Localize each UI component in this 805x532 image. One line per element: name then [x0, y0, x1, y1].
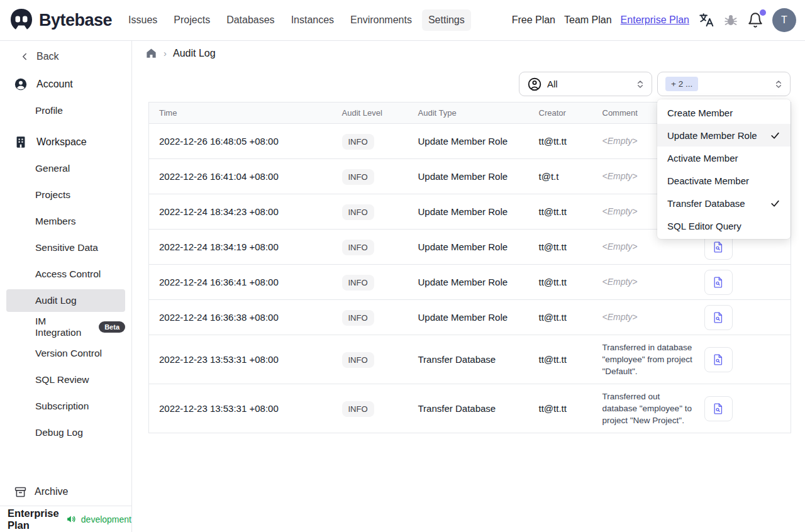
audit-level-cell: INFO — [332, 124, 408, 159]
view-payload-button[interactable] — [704, 305, 733, 330]
sidebar-item[interactable]: Version Control — [6, 342, 125, 365]
view-payload-button[interactable] — [704, 270, 733, 295]
info-badge: INFO — [342, 134, 374, 150]
sidebar-item-label: Audit Log — [35, 295, 77, 306]
environment-label: development — [81, 514, 131, 524]
actions-cell — [694, 265, 791, 300]
nav-link[interactable]: Environments — [344, 9, 418, 31]
speaker-icon[interactable] — [66, 514, 77, 524]
nav-link[interactable]: Instances — [285, 9, 340, 31]
time-cell: 2022-12-24 16:36:38 +08:00 — [149, 300, 332, 335]
info-badge: INFO — [342, 204, 374, 220]
sidebar-item[interactable]: General — [6, 157, 125, 180]
actions-cell — [694, 384, 791, 433]
info-badge: INFO — [342, 169, 374, 185]
menu-item[interactable]: Activate Member — [657, 147, 791, 169]
sidebar-item[interactable]: Members — [6, 210, 125, 233]
nav-link[interactable]: Databases — [220, 9, 281, 31]
breadcrumb: › Audit Log — [145, 47, 216, 59]
check-icon — [770, 198, 780, 209]
menu-item[interactable]: Create Member — [657, 101, 791, 124]
audit-type-cell: Transfer Database — [408, 335, 529, 384]
menu-item[interactable]: Transfer Database — [657, 192, 791, 214]
creator-cell: tt@tt.tt — [529, 335, 592, 384]
table-row: 2022-12-23 13:53:31 +08:00 INFO Transfer… — [149, 335, 791, 384]
creator-cell: tt@tt.tt — [529, 265, 592, 300]
column-header-audit-type: Audit Type — [408, 103, 529, 124]
menu-item-label: Update Member Role — [667, 130, 757, 141]
audit-type-cell: Update Member Role — [408, 194, 529, 230]
plan-bar: Enterprise Plan development — [0, 506, 131, 532]
nav-link[interactable]: Settings — [422, 9, 471, 31]
menu-item-label: SQL Editor Query — [667, 221, 741, 231]
sidebar-item[interactable]: SQL Review — [6, 369, 125, 391]
beta-badge: Beta — [99, 321, 125, 333]
navbar-right: Free Plan Team Plan Enterprise Plan — [512, 8, 796, 32]
avatar[interactable]: T — [772, 8, 796, 32]
column-header-time: Time — [149, 103, 332, 124]
comment-cell: Transferred in database "employee" from … — [592, 335, 694, 384]
bytebase-logo-icon — [9, 8, 34, 33]
archive-button[interactable]: Archive — [0, 478, 131, 506]
info-badge: INFO — [342, 352, 374, 368]
column-header-audit-level: Audit Level — [332, 103, 408, 124]
view-payload-button[interactable] — [704, 396, 733, 421]
table-row: 2022-12-24 16:36:41 +08:00 INFO Update M… — [149, 265, 791, 300]
sidebar-item-label: IM Integration — [35, 316, 94, 338]
building-icon — [14, 135, 28, 149]
table-row: 2022-12-24 16:36:38 +08:00 INFO Update M… — [149, 300, 791, 335]
info-badge: INFO — [342, 310, 374, 326]
menu-item[interactable]: Deactivate Member — [657, 169, 791, 192]
sidebar-item[interactable]: Debug Log — [6, 421, 125, 444]
sidebar-item-label: Subscription — [35, 401, 89, 412]
time-cell: 2022-12-26 16:41:04 +08:00 — [149, 159, 332, 194]
audit-type-filter-dropdown[interactable]: + 2 ... — [657, 72, 791, 96]
bug-icon[interactable] — [723, 13, 738, 28]
plan-link[interactable]: Free Plan — [512, 14, 555, 26]
time-cell: 2022-12-24 18:34:19 +08:00 — [149, 230, 332, 265]
home-icon[interactable] — [145, 47, 157, 59]
menu-item-label: Activate Member — [667, 153, 738, 163]
back-button[interactable]: Back — [0, 41, 131, 66]
sidebar-item-label: Members — [35, 216, 76, 227]
sidebar-item[interactable]: Access Control — [6, 263, 125, 285]
menu-item[interactable]: Update Member Role — [657, 124, 791, 147]
plan-links: Free Plan Team Plan Enterprise Plan — [512, 14, 689, 26]
back-label: Back — [36, 51, 59, 62]
brand-text: Bytebase — [39, 11, 112, 30]
actions-cell — [694, 300, 791, 335]
menu-item-label: Transfer Database — [667, 198, 745, 209]
plan-link[interactable]: Enterprise Plan — [621, 14, 689, 26]
sidebar-item-label: Sensitive Data — [35, 242, 98, 253]
creator-cell: tt@tt.tt — [529, 230, 592, 265]
view-payload-button[interactable] — [704, 347, 733, 372]
creator-cell: tt@tt.tt — [529, 384, 592, 433]
creator-cell: tt@tt.tt — [529, 300, 592, 335]
translate-icon[interactable] — [698, 12, 714, 28]
nav-link[interactable]: Projects — [167, 9, 216, 31]
menu-item-label: Create Member — [667, 108, 733, 118]
sidebar-item[interactable]: Projects — [6, 184, 125, 206]
time-cell: 2022-12-23 13:53:31 +08:00 — [149, 335, 332, 384]
sidebar-item[interactable]: Subscription — [6, 395, 125, 418]
audit-level-cell: INFO — [332, 335, 408, 384]
bytebase-logo[interactable]: Bytebase — [9, 8, 112, 33]
file-search-icon — [712, 311, 724, 324]
audit-level-cell: INFO — [332, 300, 408, 335]
audit-type-menu: Create Member Update Member Role Activat… — [657, 99, 791, 239]
bell-icon[interactable] — [747, 12, 763, 28]
comment-cell: Transferred out database "employee" to p… — [592, 384, 694, 433]
sidebar-item[interactable]: Sensitive Data — [6, 236, 125, 259]
sidebar-item[interactable]: Audit Log — [6, 289, 125, 312]
nav-link[interactable]: Issues — [122, 9, 164, 31]
sidebar-item-profile[interactable]: Profile — [6, 99, 125, 122]
actions-cell — [694, 335, 791, 384]
creator-filter-dropdown[interactable]: All — [519, 72, 652, 96]
selector-chevrons-icon — [774, 79, 784, 89]
plan-link[interactable]: Team Plan — [564, 14, 612, 26]
sidebar-item[interactable]: IM Integration Beta — [6, 316, 125, 338]
column-header-creator: Creator — [529, 103, 592, 124]
menu-item[interactable]: SQL Editor Query — [657, 214, 791, 237]
file-search-icon — [712, 402, 724, 415]
audit-level-cell: INFO — [332, 159, 408, 194]
